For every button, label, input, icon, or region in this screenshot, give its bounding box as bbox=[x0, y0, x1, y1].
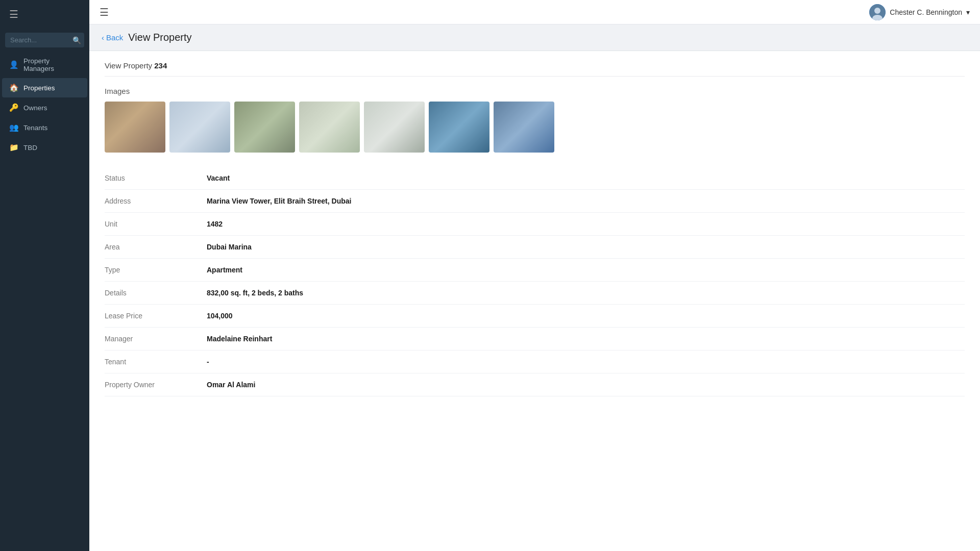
back-label: Back bbox=[106, 33, 123, 42]
sidebar-item-tbd[interactable]: 📁 TBD bbox=[2, 138, 87, 157]
detail-row-details: Details 832,00 sq. ft, 2 beds, 2 baths bbox=[105, 282, 965, 305]
detail-row-unit: Unit 1482 bbox=[105, 213, 965, 236]
detail-label-type: Type bbox=[105, 266, 207, 274]
sidebar-item-label: Owners bbox=[23, 104, 47, 112]
images-grid bbox=[105, 102, 965, 153]
content-area: View Property 234 Images Status VacantAd… bbox=[89, 51, 980, 551]
content-inner: View Property 234 Images Status VacantAd… bbox=[89, 51, 980, 417]
detail-label-status: Status bbox=[105, 174, 207, 182]
property-id-value: 234 bbox=[154, 61, 167, 70]
property-id-label: View Property bbox=[105, 61, 152, 70]
topbar-left: ☰ bbox=[100, 6, 109, 18]
property-image-3[interactable] bbox=[234, 102, 295, 153]
tenants-icon: 👥 bbox=[9, 123, 18, 132]
detail-value-lease-price: 104,000 bbox=[207, 312, 233, 320]
tbd-icon: 📁 bbox=[9, 143, 18, 152]
avatar bbox=[869, 4, 886, 20]
detail-row-status: Status Vacant bbox=[105, 167, 965, 190]
detail-value-address: Marina View Tower, Elit Braih Street, Du… bbox=[207, 197, 351, 205]
search-container: 🔍 bbox=[0, 29, 89, 52]
property-managers-icon: 👤 bbox=[9, 60, 18, 69]
sidebar-item-label: Properties bbox=[23, 84, 55, 92]
main-area: ☰ Chester C. Bennington ▾ ‹ Back View Pr… bbox=[89, 0, 980, 551]
topbar-hamburger-icon[interactable]: ☰ bbox=[100, 6, 109, 18]
detail-value-type: Apartment bbox=[207, 266, 242, 274]
detail-row-lease-price: Lease Price 104,000 bbox=[105, 305, 965, 328]
property-image-2[interactable] bbox=[169, 102, 230, 153]
back-chevron-icon: ‹ bbox=[102, 33, 104, 42]
detail-row-area: Area Dubai Marina bbox=[105, 236, 965, 259]
sidebar: ☰ 🔍 👤 Property Managers🏠 Properties🔑 Own… bbox=[0, 0, 89, 551]
images-section-label: Images bbox=[105, 87, 965, 95]
sidebar-item-owners[interactable]: 🔑 Owners bbox=[2, 98, 87, 117]
property-image-1[interactable] bbox=[105, 102, 165, 153]
detail-value-tenant: - bbox=[207, 358, 209, 366]
detail-label-details: Details bbox=[105, 289, 207, 297]
sidebar-item-property-managers[interactable]: 👤 Property Managers bbox=[2, 52, 87, 78]
sidebar-item-label: Tenants bbox=[23, 124, 47, 132]
avatar-svg bbox=[869, 4, 886, 20]
detail-row-property-owner: Property Owner Omar Al Alami bbox=[105, 373, 965, 396]
detail-label-area: Area bbox=[105, 243, 207, 251]
detail-row-type: Type Apartment bbox=[105, 259, 965, 282]
property-image-7[interactable] bbox=[494, 102, 554, 153]
detail-label-lease-price: Lease Price bbox=[105, 312, 207, 320]
sidebar-item-label: TBD bbox=[23, 144, 37, 152]
property-id-header: View Property 234 bbox=[105, 61, 965, 77]
detail-row-manager: Manager Madelaine Reinhart bbox=[105, 328, 965, 350]
back-button[interactable]: ‹ Back bbox=[102, 33, 123, 42]
topbar: ☰ Chester C. Bennington ▾ bbox=[89, 0, 980, 24]
sidebar-item-properties[interactable]: 🏠 Properties bbox=[2, 78, 87, 97]
detail-value-manager: Madelaine Reinhart bbox=[207, 335, 272, 343]
detail-label-property-owner: Property Owner bbox=[105, 381, 207, 389]
chevron-down-icon: ▾ bbox=[966, 8, 970, 16]
sidebar-item-tenants[interactable]: 👥 Tenants bbox=[2, 118, 87, 137]
property-image-4[interactable] bbox=[299, 102, 360, 153]
detail-label-address: Address bbox=[105, 197, 207, 205]
sidebar-item-label: Property Managers bbox=[23, 57, 80, 72]
detail-row-tenant: Tenant - bbox=[105, 350, 965, 373]
detail-label-manager: Manager bbox=[105, 335, 207, 343]
properties-icon: 🏠 bbox=[9, 83, 18, 92]
detail-label-unit: Unit bbox=[105, 220, 207, 228]
detail-rows: Status VacantAddress Marina View Tower, … bbox=[105, 167, 965, 396]
detail-value-area: Dubai Marina bbox=[207, 243, 252, 251]
nav-items: 👤 Property Managers🏠 Properties🔑 Owners👥… bbox=[0, 52, 89, 158]
search-icon: 🔍 bbox=[72, 36, 81, 44]
owners-icon: 🔑 bbox=[9, 103, 18, 112]
detail-value-status: Vacant bbox=[207, 174, 230, 182]
svg-point-1 bbox=[874, 8, 880, 14]
page-title: View Property bbox=[128, 32, 191, 43]
detail-value-details: 832,00 sq. ft, 2 beds, 2 baths bbox=[207, 289, 303, 297]
sidebar-hamburger[interactable]: ☰ bbox=[0, 0, 89, 29]
property-image-6[interactable] bbox=[429, 102, 489, 153]
detail-value-unit: 1482 bbox=[207, 220, 223, 228]
detail-label-tenant: Tenant bbox=[105, 358, 207, 366]
detail-row-address: Address Marina View Tower, Elit Braih St… bbox=[105, 190, 965, 213]
user-name: Chester C. Bennington bbox=[890, 8, 962, 16]
property-image-5[interactable] bbox=[364, 102, 425, 153]
user-menu[interactable]: Chester C. Bennington ▾ bbox=[869, 4, 970, 20]
page-header: ‹ Back View Property bbox=[89, 24, 980, 51]
detail-value-property-owner: Omar Al Alami bbox=[207, 381, 255, 389]
